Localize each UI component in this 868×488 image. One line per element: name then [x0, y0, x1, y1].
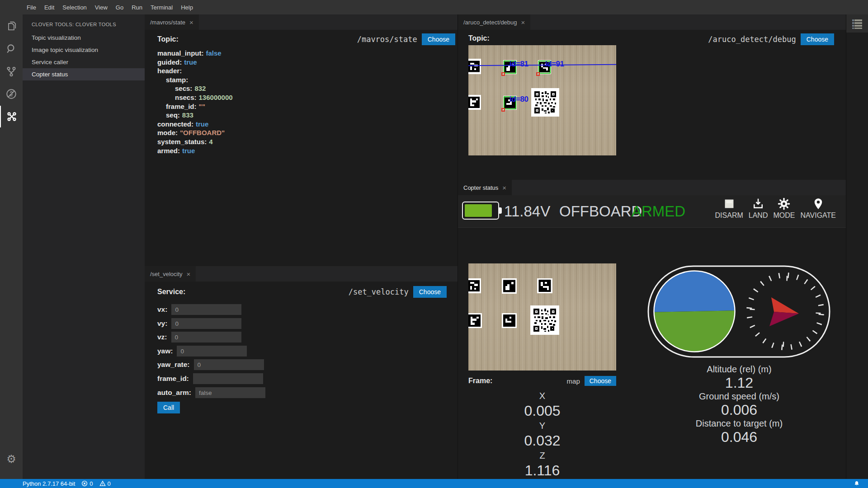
- aruco-marker: [502, 278, 517, 294]
- mavros-choose-button[interactable]: Choose: [422, 33, 455, 45]
- aruco-marker: [537, 278, 552, 293]
- position-z-value: 1.116: [468, 461, 616, 479]
- close-icon[interactable]: ×: [189, 19, 193, 26]
- mode-button[interactable]: MODE: [773, 197, 795, 220]
- aruco-choose-button[interactable]: Choose: [801, 33, 834, 45]
- kv-row: mode:"OFFBOARD": [157, 128, 233, 137]
- mavros-kv-list: manual_input:false guided:true header: s…: [157, 49, 233, 155]
- close-icon[interactable]: ×: [521, 19, 525, 26]
- kv-row: connected:true: [157, 120, 233, 129]
- service-name: /set_velocity: [349, 287, 409, 296]
- sidebar-item-copter-status[interactable]: Copter status: [23, 68, 145, 80]
- set-velocity-tabstrip: /set_velocity ×: [145, 266, 458, 282]
- battery-icon: [462, 202, 499, 220]
- menu-terminal[interactable]: Terminal: [146, 0, 177, 14]
- distance-to-target-value: 0.046: [660, 429, 818, 445]
- tab-set-velocity[interactable]: /set_velocity ×: [145, 266, 196, 282]
- menu-help[interactable]: Help: [177, 0, 197, 14]
- source-control-icon[interactable]: [0, 61, 23, 82]
- sidebar-title: CLOVER TOOLS: CLOVER TOOLS: [23, 14, 145, 32]
- vz-input[interactable]: [171, 332, 241, 343]
- aruco-debug-image: id=81 id=91 id=80: [468, 45, 616, 155]
- right-rail: [846, 14, 868, 479]
- navigate-button[interactable]: NAVIGATE: [800, 197, 836, 220]
- frame-id-label: frame_id:: [157, 375, 189, 383]
- vx-input[interactable]: [171, 304, 241, 315]
- kv-row: manual_input:false: [157, 49, 233, 58]
- marker-id-label: id=91: [545, 60, 564, 69]
- yaw-label: yaw:: [157, 347, 173, 355]
- close-icon[interactable]: ×: [502, 184, 506, 191]
- position-y-value: 0.032: [468, 432, 616, 450]
- kv-row: seq:833: [157, 111, 233, 120]
- call-button[interactable]: Call: [157, 402, 180, 413]
- clover-drone-icon[interactable]: [0, 106, 23, 127]
- topic-label: Topic:: [157, 35, 179, 43]
- gear-icon: [777, 197, 791, 211]
- topic-label: Topic:: [468, 34, 490, 42]
- menu-view[interactable]: View: [91, 0, 112, 14]
- flight-mode: OFFBOARD: [559, 203, 642, 220]
- search-icon[interactable]: [0, 38, 23, 60]
- vx-label: vx:: [157, 305, 167, 314]
- close-icon[interactable]: ×: [187, 271, 191, 277]
- aruco-tabstrip: /aruco_detect/debug ×: [458, 14, 846, 30]
- mavros-tabstrip: /mavros/state ×: [145, 14, 458, 30]
- tab-mavros-state[interactable]: /mavros/state ×: [145, 14, 199, 30]
- sidebar-item-image-topic-visualization[interactable]: Image topic visualization: [23, 44, 145, 56]
- bell-icon[interactable]: [854, 480, 860, 488]
- aruco-debug-panel: Topic: /aruco_detect/debug Choose id=81 …: [458, 30, 846, 180]
- axis-label: Y: [468, 420, 616, 432]
- problems-warnings[interactable]: 0: [99, 480, 111, 487]
- land-button[interactable]: LAND: [749, 197, 768, 220]
- manage-gear-icon[interactable]: ⚙: [0, 450, 23, 468]
- qr-code-marker: [530, 305, 559, 335]
- explorer-icon[interactable]: [0, 15, 23, 37]
- sidebar-item-service-caller[interactable]: Service caller: [23, 56, 145, 68]
- menu-go[interactable]: Go: [112, 0, 127, 14]
- service-choose-button[interactable]: Choose: [413, 286, 447, 298]
- altitude-label: Altitude (rel) (m): [660, 363, 818, 375]
- status-bar: Python 2.7.17 64-bit 0 0: [0, 479, 868, 488]
- aruco-marker: [468, 95, 481, 110]
- aruco-marker: [468, 278, 481, 293]
- menu-edit[interactable]: Edit: [40, 0, 58, 14]
- warning-icon: [99, 480, 106, 487]
- kv-row: armed:true: [157, 146, 233, 155]
- frame-id-input[interactable]: [193, 373, 263, 384]
- kv-row: nsecs:136000000: [157, 93, 233, 102]
- python-version[interactable]: Python 2.7.17 64-bit: [23, 480, 75, 487]
- menu-file[interactable]: File: [23, 0, 40, 14]
- vz-label: vz:: [157, 333, 167, 341]
- compass-arrow: [771, 297, 799, 314]
- copter-status-panel: Frame: map Choose X 0.005 Y 0.032 Z 1.11…: [458, 228, 846, 479]
- yaw-rate-input[interactable]: [194, 359, 264, 370]
- tab-label: Copter status: [463, 184, 498, 191]
- position-block: X 0.005 Y 0.032 Z 1.116: [468, 390, 616, 479]
- debug-disabled-icon[interactable]: [0, 83, 23, 105]
- axis-label: Z: [468, 450, 616, 461]
- menu-selection[interactable]: Selection: [58, 0, 90, 14]
- frame-choose-button[interactable]: Choose: [585, 376, 616, 386]
- menu-run[interactable]: Run: [127, 0, 146, 14]
- yaw-input[interactable]: [177, 346, 247, 357]
- frame-row: Frame: map Choose: [468, 376, 616, 386]
- kv-row: stamp:: [157, 75, 233, 84]
- yaw-rate-label: yaw_rate:: [157, 361, 190, 369]
- auto-arm-input[interactable]: [195, 387, 265, 398]
- compass-dial: [747, 273, 824, 350]
- set-velocity-panel: Service: /set_velocity Choose vx: vy: vz…: [145, 282, 458, 479]
- disarm-button[interactable]: DISARM: [715, 197, 743, 220]
- tab-label: /aruco_detect/debug: [463, 19, 517, 26]
- battery-voltage: 11.84V: [504, 203, 550, 220]
- kv-row: guided:true: [157, 58, 233, 67]
- service-label: Service:: [157, 288, 185, 296]
- tab-aruco-debug[interactable]: /aruco_detect/debug ×: [458, 14, 530, 30]
- mavros-state-panel: Topic: /mavros/state Choose manual_input…: [145, 30, 458, 266]
- tab-copter-status[interactable]: Copter status ×: [458, 180, 512, 195]
- problems-errors[interactable]: 0: [81, 480, 93, 487]
- editor-list-icon[interactable]: [846, 14, 868, 33]
- sidebar-item-topic-visualization[interactable]: Topic visualization: [23, 32, 145, 44]
- axis-label: X: [468, 390, 616, 402]
- vy-input[interactable]: [171, 318, 241, 329]
